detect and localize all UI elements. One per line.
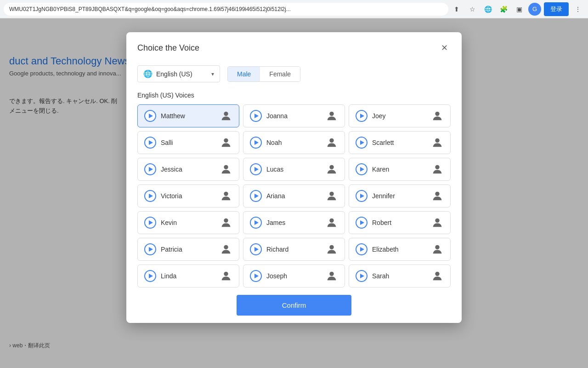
voice-left: Scarlett <box>356 137 394 149</box>
play-button-lucas[interactable] <box>250 163 262 175</box>
voice-card-robert[interactable]: Robert <box>349 211 451 234</box>
language-dropdown[interactable]: 🌐 English (US) ▾ <box>137 65 220 82</box>
voice-card-matthew[interactable]: Matthew <box>137 104 239 127</box>
voice-name: Karen <box>372 166 389 173</box>
voice-left: Ariana <box>250 190 285 202</box>
play-icon <box>149 167 153 172</box>
play-icon <box>149 194 153 198</box>
svg-point-4 <box>329 138 334 143</box>
play-button-linda[interactable] <box>144 270 156 282</box>
voice-name: Robert <box>372 219 391 226</box>
avatar-icon <box>325 136 338 149</box>
play-icon <box>254 167 259 172</box>
avatar-icon <box>220 270 232 282</box>
voice-name: Richard <box>266 246 288 253</box>
play-icon <box>360 220 364 225</box>
voice-card-patricia[interactable]: Patricia <box>137 238 239 261</box>
voice-name: Salli <box>161 139 173 146</box>
close-button[interactable]: ✕ <box>438 41 451 54</box>
voice-card-elizabeth[interactable]: Elizabeth <box>349 238 451 261</box>
modal-footer: Confirm <box>126 288 462 323</box>
voice-card-joanna[interactable]: Joanna <box>243 104 345 127</box>
voice-card-linda[interactable]: Linda <box>137 264 239 288</box>
play-button-ariana[interactable] <box>250 190 262 202</box>
svg-point-10 <box>329 192 334 196</box>
voice-name: Scarlett <box>372 139 394 146</box>
voice-card-scarlett[interactable]: Scarlett <box>349 131 451 154</box>
play-button-noah[interactable] <box>250 137 262 149</box>
user-avatar[interactable]: G <box>528 3 541 16</box>
play-button-karen[interactable] <box>356 163 368 175</box>
play-icon <box>360 247 364 252</box>
play-button-kevin[interactable] <box>144 217 156 229</box>
play-button-joseph[interactable] <box>250 270 262 282</box>
modal-controls: 🌐 English (US) ▾ Male Female <box>126 62 462 90</box>
address-bar[interactable]: WMU02T1JgNGB0YPBiS8_PT89JBQBASQXT&q=goog… <box>4 3 448 16</box>
voice-left: Joanna <box>250 110 288 122</box>
avatar-icon <box>325 163 338 176</box>
svg-point-6 <box>224 165 228 169</box>
play-button-scarlett[interactable] <box>356 137 368 149</box>
voice-card-kevin[interactable]: Kevin <box>137 211 239 234</box>
share-icon[interactable]: ⬆ <box>450 3 463 16</box>
play-button-joey[interactable] <box>356 110 368 122</box>
play-button-richard[interactable] <box>250 243 262 255</box>
play-button-sarah[interactable] <box>356 270 368 282</box>
voice-left: Jessica <box>144 163 182 175</box>
voice-card-karen[interactable]: Karen <box>349 158 451 181</box>
voice-left: Jennifer <box>356 190 395 202</box>
svg-point-1 <box>329 112 334 116</box>
voice-name: Sarah <box>372 272 389 280</box>
voice-card-salli[interactable]: Salli <box>137 131 239 154</box>
svg-point-17 <box>435 245 439 249</box>
menu-icon[interactable]: ⋮ <box>571 3 584 16</box>
svg-point-5 <box>435 138 439 143</box>
play-button-salli[interactable] <box>144 137 156 149</box>
voice-name: Patricia <box>161 246 182 253</box>
play-button-joanna[interactable] <box>250 110 262 122</box>
avatar-icon <box>220 190 232 202</box>
bookmark-icon[interactable]: ☆ <box>466 3 479 16</box>
play-button-elizabeth[interactable] <box>356 243 368 255</box>
voice-card-sarah[interactable]: Sarah <box>349 264 451 288</box>
play-button-james[interactable] <box>250 217 262 229</box>
play-button-jennifer[interactable] <box>356 190 368 202</box>
avatar-icon <box>220 163 232 176</box>
play-icon <box>149 274 153 278</box>
voice-card-joseph[interactable]: Joseph <box>243 264 345 288</box>
confirm-button[interactable]: Confirm <box>237 295 351 316</box>
avatar-icon <box>220 216 232 229</box>
voice-left: James <box>250 217 285 229</box>
chevron-down-icon: ▾ <box>211 71 214 77</box>
voice-card-victoria[interactable]: Victoria <box>137 184 239 207</box>
login-button[interactable]: 登录 <box>544 2 569 16</box>
tab-male[interactable]: Male <box>228 67 260 81</box>
sidebar-toggle-icon[interactable]: ▣ <box>513 3 526 16</box>
voice-card-joey[interactable]: Joey <box>349 104 451 127</box>
avatar-icon <box>325 243 338 256</box>
voice-card-noah[interactable]: Noah <box>243 131 345 154</box>
play-button-jessica[interactable] <box>144 163 156 175</box>
voice-card-jennifer[interactable]: Jennifer <box>349 184 451 207</box>
play-button-victoria[interactable] <box>144 190 156 202</box>
voice-left: Karen <box>356 163 389 175</box>
globe-icon: 🌐 <box>143 69 153 78</box>
play-icon <box>254 140 259 145</box>
voice-name: Ariana <box>266 192 285 200</box>
voice-card-lucas[interactable]: Lucas <box>243 158 345 181</box>
svg-point-15 <box>224 245 228 249</box>
play-icon <box>360 114 364 118</box>
voice-card-richard[interactable]: Richard <box>243 238 345 261</box>
translate-icon[interactable]: 🌐 <box>481 3 494 16</box>
voice-card-james[interactable]: James <box>243 211 345 234</box>
tab-female[interactable]: Female <box>260 67 300 81</box>
play-button-robert[interactable] <box>356 217 368 229</box>
voice-card-ariana[interactable]: Ariana <box>243 184 345 207</box>
play-button-matthew[interactable] <box>144 110 156 122</box>
extension-icon[interactable]: 🧩 <box>497 3 510 16</box>
svg-point-3 <box>224 138 228 143</box>
voice-left: Linda <box>144 270 176 282</box>
play-button-patricia[interactable] <box>144 243 156 255</box>
play-icon <box>254 274 259 278</box>
voice-card-jessica[interactable]: Jessica <box>137 158 239 181</box>
